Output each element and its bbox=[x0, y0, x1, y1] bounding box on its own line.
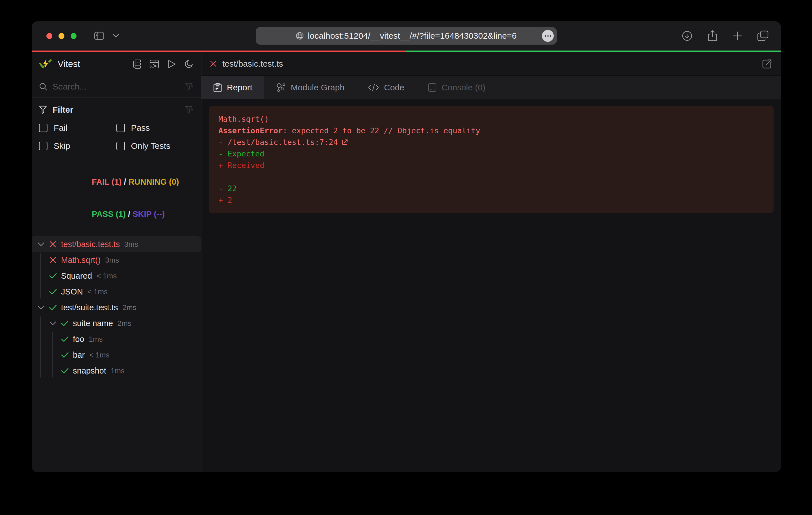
console-icon bbox=[428, 83, 436, 92]
filter-section: Filter Fail Pass Skip Only Tests bbox=[32, 98, 201, 160]
error-test-name: Math.sqrt() bbox=[219, 113, 764, 125]
tree-test-squared[interactable]: Squared < 1ms bbox=[32, 268, 201, 284]
checkbox-icon bbox=[39, 142, 48, 150]
search-row bbox=[32, 76, 201, 98]
page-settings-button[interactable] bbox=[542, 30, 554, 42]
test-duration: < 1ms bbox=[89, 351, 110, 359]
search-icon bbox=[39, 83, 48, 91]
clear-filters-icon[interactable] bbox=[185, 106, 194, 114]
new-tab-icon[interactable] bbox=[732, 31, 743, 41]
filter-checkbox-fail[interactable]: Fail bbox=[39, 123, 116, 133]
dashboard-icon[interactable] bbox=[149, 60, 159, 69]
chevron-down-icon[interactable] bbox=[113, 34, 119, 38]
main-panel: test/basic.test.ts Report bbox=[201, 52, 781, 473]
external-link-icon bbox=[341, 139, 348, 146]
tree-suite-name[interactable]: suite name 2ms bbox=[32, 315, 201, 331]
run-summary: FAIL (1) / RUNNING (0) PASS (1) / SKIP (… bbox=[32, 160, 201, 236]
browser-sidebar-toggle-icon[interactable] bbox=[94, 32, 104, 40]
code-icon bbox=[368, 84, 379, 91]
diff-received-value: + 2 bbox=[219, 194, 764, 206]
test-duration: 3ms bbox=[105, 256, 119, 265]
chevron-down-icon[interactable] bbox=[49, 321, 57, 326]
fail-x-icon bbox=[49, 256, 57, 264]
skip-count: SKIP (--) bbox=[133, 210, 165, 218]
diff-expected-value: - 22 bbox=[219, 183, 764, 194]
browser-chrome: localhost:51204/__vitest__/#/?file=16484… bbox=[32, 21, 781, 51]
tree-file-basic[interactable]: test/basic.test.ts 3ms bbox=[32, 236, 201, 252]
error-location-link[interactable]: - /test/basic.test.ts:7:24 bbox=[219, 137, 348, 148]
clear-search-filter-icon[interactable] bbox=[185, 83, 194, 91]
test-duration: 1ms bbox=[89, 335, 103, 344]
error-name: AssertionError bbox=[219, 126, 283, 135]
tab-overview-icon[interactable] bbox=[757, 30, 768, 41]
module-graph-icon bbox=[276, 83, 286, 92]
pass-check-icon bbox=[49, 289, 57, 295]
test-tree: test/basic.test.ts 3ms Math.sqrt() 3ms bbox=[32, 236, 201, 473]
sidebar: Vitest bbox=[32, 52, 201, 473]
chevron-down-icon[interactable] bbox=[37, 305, 45, 310]
tree-children-basic: Math.sqrt() 3ms Squared < 1ms bbox=[32, 252, 201, 300]
open-in-editor-icon[interactable] bbox=[762, 58, 773, 69]
filter-icon bbox=[39, 105, 47, 114]
zoom-window-button[interactable] bbox=[70, 33, 77, 39]
diff-expected-label: - Expected bbox=[219, 148, 764, 159]
view-tabs: Report Module Graph Code bbox=[201, 76, 781, 99]
tab-code[interactable]: Code bbox=[356, 76, 416, 99]
diff-blank-line bbox=[219, 171, 764, 183]
fail-x-icon bbox=[210, 60, 217, 67]
test-duration: 2ms bbox=[122, 303, 136, 312]
address-bar[interactable]: localhost:51204/__vitest__/#/?file=16484… bbox=[256, 27, 557, 44]
error-message-line: AssertionError: expected 2 to be 22 // O… bbox=[219, 125, 764, 137]
checkbox-icon bbox=[116, 124, 125, 132]
test-duration: 3ms bbox=[124, 240, 138, 249]
filter-checkbox-pass[interactable]: Pass bbox=[116, 123, 194, 133]
browser-window: localhost:51204/__vitest__/#/?file=16484… bbox=[32, 21, 781, 473]
pass-check-icon bbox=[60, 368, 69, 374]
tree-test-math-sqrt[interactable]: Math.sqrt() 3ms bbox=[32, 252, 201, 268]
tree-view-toggle-icon[interactable] bbox=[132, 59, 141, 69]
diff-received-label: + Received bbox=[219, 159, 764, 171]
pass-check-icon bbox=[49, 304, 57, 310]
tree-test-bar[interactable]: bar < 1ms bbox=[32, 347, 201, 363]
dark-mode-toggle-icon[interactable] bbox=[184, 60, 194, 69]
tree-test-foo[interactable]: foo 1ms bbox=[32, 331, 201, 347]
tree-test-snapshot[interactable]: snapshot 1ms bbox=[32, 363, 201, 378]
vitest-logo-icon bbox=[39, 58, 52, 70]
tree-children-suite: suite name 2ms foo 1ms bbox=[32, 315, 201, 378]
traffic-lights bbox=[46, 33, 77, 39]
pass-check-icon bbox=[60, 320, 69, 326]
minimize-window-button[interactable] bbox=[58, 33, 64, 39]
test-duration: 2ms bbox=[118, 319, 132, 328]
url-text: localhost:51204/__vitest__/#/?file=16484… bbox=[308, 31, 517, 41]
report-content: Math.sqrt() AssertionError: expected 2 t… bbox=[201, 99, 781, 473]
tab-console[interactable]: Console (0) bbox=[416, 76, 497, 99]
tree-test-json[interactable]: JSON < 1ms bbox=[32, 284, 201, 300]
app-title: Vitest bbox=[58, 59, 80, 69]
pass-count: PASS (1) bbox=[92, 210, 126, 218]
filter-checkbox-skip[interactable]: Skip bbox=[39, 141, 116, 151]
open-file-name: test/basic.test.ts bbox=[222, 59, 283, 69]
downloads-icon[interactable] bbox=[682, 30, 693, 41]
close-window-button[interactable] bbox=[46, 33, 52, 39]
fail-x-icon bbox=[49, 241, 57, 248]
open-file-tab[interactable]: test/basic.test.ts bbox=[201, 52, 781, 76]
filter-checkbox-only-tests[interactable]: Only Tests bbox=[116, 141, 194, 151]
fail-count: FAIL (1) bbox=[92, 177, 122, 186]
share-icon[interactable] bbox=[707, 30, 718, 42]
chevron-down-icon[interactable] bbox=[37, 242, 45, 246]
filter-title: Filter bbox=[53, 105, 73, 115]
tree-file-suite[interactable]: test/suite.test.ts 2ms bbox=[32, 300, 201, 315]
assertion-error-panel: Math.sqrt() AssertionError: expected 2 t… bbox=[209, 106, 774, 213]
test-duration: 1ms bbox=[111, 366, 124, 375]
test-duration: < 1ms bbox=[97, 272, 117, 280]
run-all-icon[interactable] bbox=[168, 60, 176, 69]
tree-children-suite-name: foo 1ms bar < 1ms bbox=[32, 331, 201, 378]
checkbox-icon bbox=[39, 124, 48, 132]
pass-check-icon bbox=[60, 352, 69, 358]
report-icon bbox=[213, 83, 222, 92]
search-input[interactable] bbox=[53, 82, 180, 91]
tab-report[interactable]: Report bbox=[201, 76, 264, 99]
tab-module-graph[interactable]: Module Graph bbox=[264, 76, 356, 99]
test-duration: < 1ms bbox=[87, 287, 108, 296]
pass-check-icon bbox=[49, 273, 57, 279]
